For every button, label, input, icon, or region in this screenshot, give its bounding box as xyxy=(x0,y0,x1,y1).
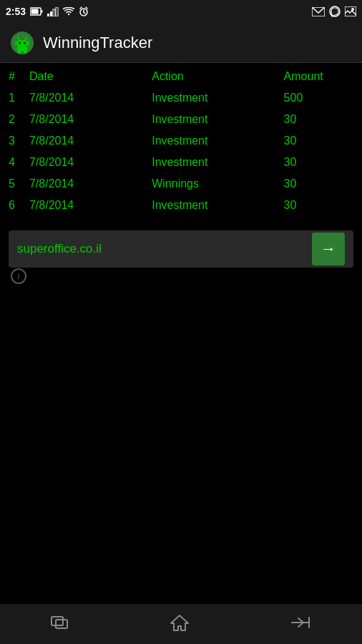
cell-date: 7/8/2014 xyxy=(26,195,149,216)
svg-rect-30 xyxy=(56,620,67,628)
status-right xyxy=(312,6,356,17)
cell-action: Investment xyxy=(149,195,280,216)
svg-rect-25 xyxy=(27,41,29,45)
status-left: 2:53 xyxy=(6,6,89,17)
nav-recents-button[interactable] xyxy=(50,614,70,634)
nav-home-button[interactable] xyxy=(170,613,190,635)
app-bar: WinningTracker xyxy=(0,23,362,63)
table-row: 17/8/2014Investment500 xyxy=(6,87,356,109)
cell-date: 7/8/2014 xyxy=(26,173,149,195)
url-bar[interactable]: superoffice.co.il → i xyxy=(9,230,353,268)
cell-num: 2 xyxy=(6,109,26,130)
cell-num: 1 xyxy=(6,87,26,109)
cell-amount: 30 xyxy=(281,109,356,130)
table-row: 47/8/2014Investment30 xyxy=(6,152,356,173)
data-table: # Date Action Amount 17/8/2014Investment… xyxy=(0,66,362,216)
cell-amount: 30 xyxy=(281,195,356,216)
svg-rect-28 xyxy=(24,51,26,54)
col-header-num: # xyxy=(6,66,26,87)
svg-rect-6 xyxy=(56,7,58,16)
svg-rect-26 xyxy=(17,47,27,52)
recents-icon xyxy=(50,614,70,631)
bottom-nav xyxy=(0,604,362,644)
svg-point-19 xyxy=(24,42,26,44)
svg-point-22 xyxy=(17,36,19,37)
svg-point-18 xyxy=(19,42,21,44)
col-header-amount: Amount xyxy=(281,66,356,87)
cell-amount: 30 xyxy=(281,173,356,195)
info-icon: i xyxy=(11,268,26,284)
cell-action: Investment xyxy=(149,87,280,109)
cell-action: Winnings xyxy=(149,173,280,195)
go-arrow-icon: → xyxy=(321,240,336,258)
status-bar: 2:53 xyxy=(0,0,362,23)
svg-rect-5 xyxy=(53,9,55,16)
cell-date: 7/8/2014 xyxy=(26,152,149,173)
cell-action: Investment xyxy=(149,152,280,173)
cell-date: 7/8/2014 xyxy=(26,87,149,109)
cell-date: 7/8/2014 xyxy=(26,109,149,130)
time-display: 2:53 xyxy=(6,6,26,17)
cell-date: 7/8/2014 xyxy=(26,130,149,152)
cell-num: 5 xyxy=(6,173,26,195)
table-row: 37/8/2014Investment30 xyxy=(6,130,356,152)
table-row: 57/8/2014Winnings30 xyxy=(6,173,356,195)
back-icon xyxy=(289,615,312,630)
svg-line-9 xyxy=(84,12,85,14)
cell-num: 4 xyxy=(6,152,26,173)
gallery-status-icon xyxy=(345,6,356,16)
svg-rect-27 xyxy=(18,51,21,54)
wifi-icon xyxy=(63,7,74,16)
home-icon xyxy=(170,613,190,632)
svg-rect-3 xyxy=(47,14,49,16)
col-header-action: Action xyxy=(149,66,280,87)
svg-rect-4 xyxy=(50,11,52,16)
svg-rect-1 xyxy=(31,9,39,14)
table-row: 27/8/2014Investment30 xyxy=(6,109,356,130)
svg-rect-2 xyxy=(41,10,43,13)
app-title: WinningTracker xyxy=(43,34,152,52)
cell-action: Investment xyxy=(149,130,280,152)
cell-num: 3 xyxy=(6,130,26,152)
go-button[interactable]: → xyxy=(312,233,345,265)
cell-amount: 500 xyxy=(281,87,356,109)
nav-back-button[interactable] xyxy=(289,615,312,633)
alarm-icon xyxy=(79,6,89,16)
svg-point-23 xyxy=(26,36,27,37)
email-status-icon xyxy=(312,7,325,16)
cell-amount: 30 xyxy=(281,130,356,152)
cell-amount: 30 xyxy=(281,152,356,173)
battery-icon xyxy=(30,7,43,16)
whatsapp-status-icon xyxy=(329,6,341,17)
cell-action: Investment xyxy=(149,109,280,130)
svg-line-11 xyxy=(86,7,87,9)
app-logo-icon xyxy=(10,31,34,55)
svg-rect-24 xyxy=(15,41,17,45)
url-text: superoffice.co.il xyxy=(17,242,312,256)
svg-rect-29 xyxy=(52,617,63,625)
svg-line-10 xyxy=(80,7,82,9)
svg-point-15 xyxy=(351,8,354,11)
cell-num: 6 xyxy=(6,195,26,216)
info-icon-container: i xyxy=(9,266,29,286)
table-row: 67/8/2014Investment30 xyxy=(6,195,356,216)
col-header-date: Date xyxy=(26,66,149,87)
signal-icon xyxy=(47,7,59,16)
table-header-row: # Date Action Amount xyxy=(6,66,356,87)
